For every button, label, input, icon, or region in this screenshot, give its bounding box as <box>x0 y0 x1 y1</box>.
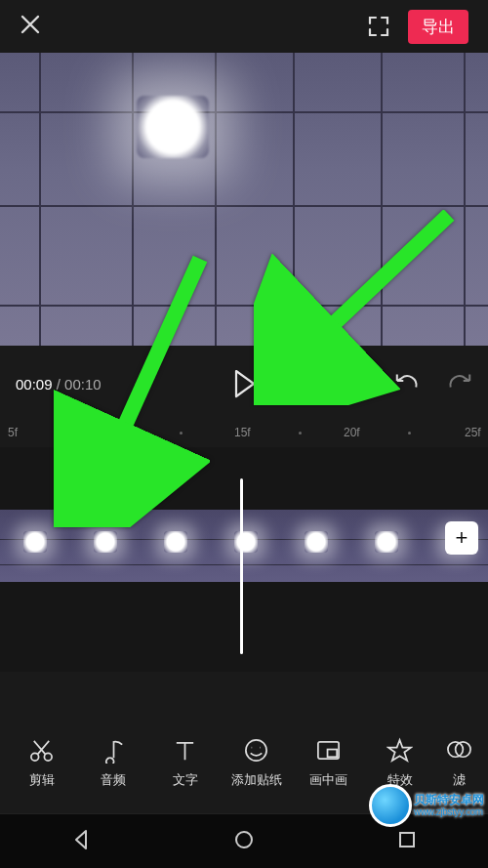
watermark-line2: www.zjbstyy.com <box>414 806 484 818</box>
tool-filter[interactable]: 滤 <box>444 737 473 789</box>
export-button[interactable]: 导出 <box>408 10 468 44</box>
sticker-icon <box>243 737 269 764</box>
close-button[interactable] <box>20 12 41 42</box>
watermark-icon <box>369 784 412 827</box>
tool-text[interactable]: 文字 <box>158 737 213 789</box>
svg-point-0 <box>31 753 39 761</box>
fullscreen-icon[interactable] <box>367 15 390 38</box>
nav-home[interactable] <box>232 828 256 855</box>
play-button[interactable] <box>232 369 256 398</box>
ruler-tick: 10f <box>115 426 132 439</box>
svg-rect-8 <box>400 833 414 847</box>
timeline[interactable]: + <box>0 447 488 672</box>
pip-icon <box>315 737 342 764</box>
tool-pip[interactable]: 画中画 <box>301 737 355 789</box>
clip-thumb[interactable] <box>281 510 351 582</box>
redo-button[interactable] <box>447 372 472 395</box>
tool-effect[interactable]: 特效 <box>373 737 427 789</box>
tool-label: 音频 <box>101 771 126 789</box>
text-icon <box>172 737 198 764</box>
frame-ruler[interactable]: 5f 10f 15f 20f 25f <box>0 422 488 447</box>
tool-label: 添加贴纸 <box>231 771 282 789</box>
clip-thumb[interactable] <box>0 510 70 582</box>
add-clip-button[interactable]: + <box>445 521 478 555</box>
ruler-tick: 20f <box>344 426 360 439</box>
undo-button[interactable] <box>394 372 420 395</box>
top-bar: 导出 <box>0 0 488 53</box>
svg-point-2 <box>246 739 266 760</box>
tool-audio[interactable]: 音频 <box>86 737 141 789</box>
nav-back[interactable] <box>69 828 93 855</box>
playhead[interactable] <box>240 478 243 654</box>
tool-cut[interactable]: 剪辑 <box>15 737 69 789</box>
clip-thumb[interactable] <box>141 510 211 582</box>
scissors-icon <box>28 737 55 764</box>
clip-thumb[interactable] <box>211 510 281 582</box>
music-note-icon <box>101 737 127 764</box>
timecode: 00:09 / 00:10 <box>16 376 102 393</box>
ruler-tick: 25f <box>465 426 481 439</box>
video-track[interactable] <box>0 510 488 582</box>
svg-point-7 <box>236 832 252 847</box>
clip-thumb[interactable] <box>351 510 422 582</box>
playback-controls: 00:09 / 00:10 <box>0 346 488 422</box>
watermark-line1: 贝斯特安卓网 <box>414 793 484 806</box>
star-icon <box>386 737 413 764</box>
tool-label: 剪辑 <box>29 771 55 789</box>
tool-label: 画中画 <box>309 771 347 789</box>
current-time: 00:09 <box>16 376 53 393</box>
tool-sticker[interactable]: 添加贴纸 <box>229 737 284 789</box>
watermark: 贝斯特安卓网 www.zjbstyy.com <box>369 784 484 827</box>
video-preview[interactable] <box>0 53 488 346</box>
preview-light <box>137 96 209 158</box>
total-time: 00:10 <box>64 376 102 393</box>
tool-label: 文字 <box>173 771 198 789</box>
ruler-tick: 5f <box>8 426 18 439</box>
filter-icon <box>446 737 472 764</box>
nav-recent[interactable] <box>395 828 419 855</box>
svg-rect-4 <box>327 749 337 757</box>
ruler-tick: 15f <box>234 426 251 439</box>
svg-point-1 <box>45 753 53 761</box>
clip-thumb[interactable] <box>70 510 141 582</box>
